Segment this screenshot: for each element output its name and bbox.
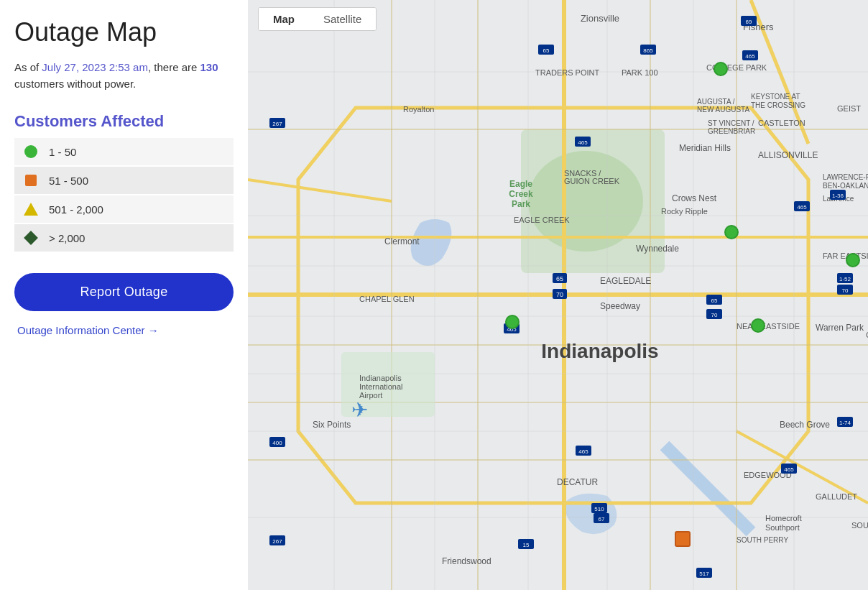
svg-point-132: [725, 226, 738, 239]
status-count: 130: [200, 61, 218, 73]
svg-text:Warren Park: Warren Park: [816, 323, 864, 333]
svg-point-134: [846, 254, 859, 267]
svg-text:1-52: 1-52: [839, 276, 851, 282]
svg-text:BEN-OAKLANDON: BEN-OAKLANDON: [823, 182, 868, 190]
svg-text:Rocky Ripple: Rocky Ripple: [661, 207, 708, 216]
svg-text:Eagle: Eagle: [509, 179, 532, 189]
legend-item-51-500: 51 - 500: [14, 167, 234, 194]
status-date: July 27, 2023 2:53 am: [42, 61, 148, 73]
svg-point-131: [714, 63, 727, 75]
svg-text:Speedway: Speedway: [600, 301, 640, 311]
left-panel: Outage Map As of July 27, 2023 2:53 am, …: [0, 0, 248, 590]
outage-info-center-link[interactable]: Outage Information Center →: [14, 324, 234, 336]
svg-text:65: 65: [711, 298, 718, 304]
svg-text:Homecroft: Homecroft: [765, 514, 802, 522]
svg-text:GEIST: GEIST: [837, 104, 861, 113]
svg-text:400: 400: [272, 440, 282, 446]
svg-text:CASTLETON: CASTLETON: [758, 119, 805, 127]
yellow-triangle-icon: [23, 201, 39, 217]
svg-text:65: 65: [556, 275, 563, 282]
svg-text:Crows Nest: Crows Nest: [672, 193, 717, 203]
svg-text:Meridian Hills: Meridian Hills: [679, 143, 731, 153]
legend-label-1-50: 1 - 50: [49, 146, 76, 158]
svg-text:465: 465: [745, 53, 755, 60]
svg-text:GALLUDET: GALLUDET: [816, 492, 857, 501]
legend-list: 1 - 50 51 - 500 501 - 2,000 > 2,000: [14, 138, 234, 253]
svg-text:GUION CREEK: GUION CREEK: [564, 177, 620, 185]
svg-text:Park: Park: [512, 199, 530, 209]
svg-text:THE CROSSING: THE CROSSING: [751, 101, 805, 109]
svg-text:1-36: 1-36: [832, 193, 844, 199]
legend-item-1-50: 1 - 50: [14, 138, 234, 165]
svg-text:69: 69: [746, 19, 752, 25]
svg-text:ST VINCENT /: ST VINCENT /: [708, 119, 754, 127]
svg-text:Friendswood: Friendswood: [442, 556, 491, 566]
orange-square-icon: [23, 172, 39, 188]
svg-text:NEW AUGUSTA: NEW AUGUSTA: [697, 106, 749, 114]
svg-text:GREENBRIAR: GREENBRIAR: [708, 127, 755, 135]
svg-text:✈: ✈: [351, 399, 368, 421]
svg-text:FAR EASTSIDE: FAR EASTSIDE: [823, 252, 868, 260]
green-circle-icon: [23, 144, 39, 160]
svg-text:DECATUR: DECATUR: [557, 477, 598, 487]
svg-text:EAGLEDALE: EAGLEDALE: [600, 276, 651, 286]
svg-text:EAGLE CREEK: EAGLE CREEK: [514, 216, 570, 224]
svg-text:CHAPEL GLEN: CHAPEL GLEN: [359, 295, 415, 303]
svg-text:865: 865: [643, 47, 653, 54]
svg-text:AUGUSTA /: AUGUSTA /: [697, 98, 735, 106]
svg-text:Six Points: Six Points: [313, 420, 351, 430]
svg-text:Indianapolis: Indianapolis: [359, 374, 402, 382]
svg-text:465: 465: [578, 448, 588, 455]
legend-item-501-2000: 501 - 2,000: [14, 195, 234, 223]
status-text: As of July 27, 2023 2:53 am, there are 1…: [14, 60, 234, 92]
map-tabs: Map Satellite: [258, 7, 377, 31]
svg-text:Beech Grove: Beech Grove: [780, 420, 830, 430]
map-tab-satellite[interactable]: Satellite: [309, 8, 376, 30]
svg-text:SOUTH PERRY: SOUTH PERRY: [737, 536, 788, 544]
page-title: Outage Map: [14, 17, 234, 47]
svg-text:TRADERS POINT: TRADERS POINT: [535, 68, 600, 77]
dark-diamond-icon: [23, 230, 39, 246]
legend-item-gt-2000: > 2,000: [14, 224, 234, 252]
map-tab-map[interactable]: Map: [259, 8, 309, 30]
svg-text:Zionsville: Zionsville: [581, 13, 619, 24]
svg-text:465: 465: [784, 466, 794, 473]
svg-text:1-74: 1-74: [839, 420, 851, 426]
svg-text:15: 15: [523, 542, 530, 548]
legend-label-501-2000: 501 - 2,000: [49, 203, 103, 216]
svg-text:ALLISONVILLE: ALLISONVILLE: [758, 150, 818, 160]
svg-text:International: International: [359, 382, 403, 391]
svg-text:Clermont: Clermont: [384, 236, 420, 246]
legend-label-51-500: 51 - 500: [49, 175, 88, 187]
svg-text:65: 65: [543, 47, 550, 54]
map-svg: Zionsville Indianapolis Fishers Royalton…: [248, 0, 868, 590]
svg-text:67: 67: [599, 516, 605, 522]
svg-text:267: 267: [272, 121, 282, 127]
svg-text:LAWRENCE-FORT: LAWRENCE-FORT: [823, 173, 868, 181]
svg-text:267: 267: [272, 538, 282, 545]
report-outage-button[interactable]: Report Outage: [14, 273, 234, 311]
svg-text:517: 517: [699, 571, 709, 577]
map-panel: Map Satellite: [248, 0, 868, 590]
svg-text:Royalton: Royalton: [403, 105, 434, 114]
status-suffix: customers without power.: [14, 78, 136, 90]
svg-text:PARK 100: PARK 100: [622, 68, 658, 77]
status-middle: , there are: [148, 61, 200, 73]
svg-point-135: [752, 319, 765, 332]
svg-text:465: 465: [578, 139, 588, 146]
svg-text:465: 465: [797, 204, 807, 211]
svg-text:Creek: Creek: [509, 189, 533, 199]
svg-text:Wynnedale: Wynnedale: [636, 244, 679, 254]
svg-text:SOUTH FRANKLIN: SOUTH FRANKLIN: [851, 521, 868, 530]
svg-text:510: 510: [594, 506, 604, 512]
svg-text:NEAR EASTSIDE: NEAR EASTSIDE: [737, 322, 800, 331]
svg-text:KEYSTONE AT: KEYSTONE AT: [751, 93, 800, 101]
svg-text:70: 70: [556, 291, 563, 298]
svg-point-133: [506, 315, 519, 328]
svg-text:Southport: Southport: [765, 523, 800, 532]
svg-text:Indianapolis: Indianapolis: [541, 340, 658, 362]
svg-text:70: 70: [842, 287, 849, 294]
legend-label-gt-2000: > 2,000: [49, 232, 85, 244]
svg-rect-136: [675, 532, 690, 546]
customers-affected-heading: Customers Affected: [14, 112, 234, 131]
